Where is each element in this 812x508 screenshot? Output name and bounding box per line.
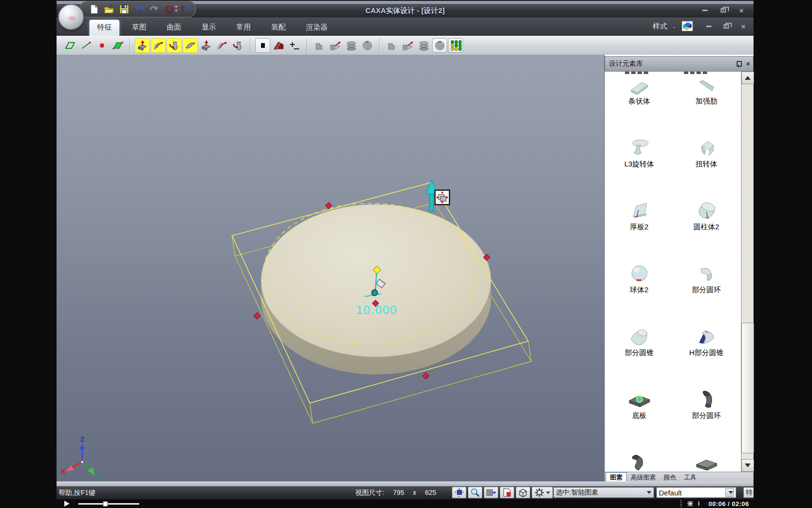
extrude-feature-button[interactable] xyxy=(135,38,150,53)
sweep-button[interactable] xyxy=(215,38,230,53)
open-file-button[interactable] xyxy=(104,4,115,15)
loft-feature-button[interactable] xyxy=(183,38,198,53)
combo-arrow-button[interactable] xyxy=(725,488,734,497)
clipped-status-button[interactable]: 特 xyxy=(743,487,754,498)
library-item[interactable]: 部分圆环 xyxy=(673,261,740,324)
pan-icon xyxy=(454,488,464,497)
shortcut-keys-icon[interactable] xyxy=(686,500,694,507)
chevron-down-icon[interactable]: ⌄ xyxy=(672,24,676,29)
library-item-label: 加强肋 xyxy=(696,97,717,106)
style-cube-icon[interactable] xyxy=(681,20,694,32)
undo-button[interactable] xyxy=(134,4,145,15)
library-item-partial[interactable] xyxy=(673,450,740,472)
library-item[interactable]: 条状体 xyxy=(606,73,673,135)
library-item[interactable]: 加强肋 xyxy=(673,73,740,135)
partial-torus-icon xyxy=(697,264,716,284)
sweep-feature-button[interactable] xyxy=(151,38,166,53)
selection-mode-dropdown[interactable]: 选中:智能图素 xyxy=(553,487,654,498)
tab-renderer[interactable]: 渲染器 xyxy=(298,20,335,36)
revolve-feature-button[interactable] xyxy=(167,38,182,53)
sheet-view-button[interactable] xyxy=(500,487,514,498)
move-handle-button[interactable] xyxy=(435,190,450,205)
hole-button[interactable] xyxy=(255,38,270,53)
library-item[interactable]: 球体2 xyxy=(606,261,673,324)
tab-tools[interactable]: 工具 xyxy=(680,472,700,482)
tab-assembly[interactable]: 装配 xyxy=(263,20,293,36)
design-tree-search-button[interactable] xyxy=(179,4,189,15)
library-item[interactable]: 部分圆锥 xyxy=(606,324,673,387)
resize-handle[interactable] xyxy=(422,373,429,379)
pattern-circle-button[interactable] xyxy=(360,38,375,53)
tab-sketch[interactable]: 草图 xyxy=(124,20,154,36)
library-item[interactable]: 底板 xyxy=(606,387,673,450)
chamfer-button[interactable] xyxy=(271,38,286,53)
slice-button[interactable] xyxy=(344,38,359,53)
curve-3d-button[interactable] xyxy=(78,38,93,53)
child-minimize-button[interactable] xyxy=(703,22,714,30)
library-item[interactable]: 厚板2 xyxy=(606,198,673,261)
toolbar-overflow-icon[interactable]: ▾▾ xyxy=(175,5,177,13)
revolve-button[interactable] xyxy=(231,38,246,53)
fit-view-button[interactable] xyxy=(484,487,498,498)
point-button[interactable] xyxy=(94,38,109,53)
tab-colors[interactable]: 颜色 xyxy=(660,472,680,482)
wireframe-view-button[interactable] xyxy=(516,487,530,498)
new-document-button[interactable] xyxy=(89,4,100,15)
save-button[interactable] xyxy=(119,4,130,15)
maximize-button[interactable] xyxy=(718,6,728,15)
library-item[interactable]: 扭转体 xyxy=(673,135,740,198)
seek-thumb[interactable] xyxy=(103,501,108,507)
tab-feature[interactable]: 特征 xyxy=(89,20,119,36)
style-dropdown-label[interactable]: 样式 xyxy=(653,22,667,31)
array-pattern-button[interactable] xyxy=(448,38,463,53)
library-item[interactable]: L3旋转体 xyxy=(606,135,673,198)
tab-display[interactable]: 显示 xyxy=(194,20,224,36)
boolean2-button[interactable] xyxy=(384,38,399,53)
surface-button[interactable] xyxy=(110,38,125,53)
plus-minus-button[interactable] xyxy=(287,38,302,53)
scroll-up-button[interactable] xyxy=(741,72,754,84)
library-list[interactable]: 条状体 加强肋 L3旋转体 扭转体 xyxy=(606,72,740,472)
library-item-partial[interactable] xyxy=(606,450,673,472)
tab-common[interactable]: 常用 xyxy=(229,20,259,36)
scroll-down-button[interactable] xyxy=(741,459,754,472)
pin-icon[interactable] xyxy=(736,60,741,67)
library-item[interactable]: H部分圆锥 xyxy=(673,324,740,387)
panel-header[interactable]: 设计元素库 × xyxy=(605,56,754,72)
pattern-circle2-button[interactable] xyxy=(432,38,447,53)
tab-surface[interactable]: 曲面 xyxy=(159,20,189,36)
sketch-2d-button[interactable] xyxy=(62,38,77,53)
modeling-viewport[interactable]: 10.000 Z X Y xyxy=(57,55,604,481)
library-item[interactable]: 部分圆环 xyxy=(673,387,740,450)
design-tree-search-icon xyxy=(179,4,189,14)
pan-view-button[interactable] xyxy=(452,487,466,498)
panel-close-icon[interactable]: × xyxy=(746,60,750,67)
tab-elements[interactable]: 图素 xyxy=(606,472,627,482)
info-icon[interactable]: i xyxy=(698,500,699,507)
anchor-point[interactable] xyxy=(372,290,377,296)
minimize-button[interactable] xyxy=(699,6,710,15)
panel-scrollbar[interactable] xyxy=(741,72,754,472)
library-item[interactable]: 圆柱体2 xyxy=(673,198,740,261)
close-button[interactable]: × xyxy=(736,6,747,15)
extrude-button[interactable] xyxy=(199,38,214,53)
chevron-down-icon xyxy=(647,491,652,494)
direction-edit2-button[interactable] xyxy=(400,38,415,53)
child-maximize-button[interactable] xyxy=(721,22,731,30)
render-settings-button[interactable] xyxy=(532,487,553,498)
app-menu-button[interactable] xyxy=(58,4,84,30)
resize-handle[interactable] xyxy=(254,313,261,319)
scrollbar-thumb[interactable] xyxy=(741,323,754,453)
seek-bar[interactable] xyxy=(78,503,139,505)
refresh-view-button[interactable] xyxy=(164,4,174,15)
tab-advanced-elements[interactable]: 高级图素 xyxy=(627,472,660,482)
zoom-view-button[interactable] xyxy=(468,487,482,498)
boolean-button[interactable] xyxy=(312,38,327,53)
child-close-button[interactable]: × xyxy=(738,22,749,30)
render-style-combo[interactable]: Default xyxy=(656,487,736,498)
slice2-button[interactable] xyxy=(416,38,431,53)
direction-edit-button[interactable] xyxy=(328,38,343,53)
redo-button[interactable] xyxy=(149,4,160,15)
play-button[interactable] xyxy=(64,501,70,507)
undo-icon xyxy=(134,5,144,14)
